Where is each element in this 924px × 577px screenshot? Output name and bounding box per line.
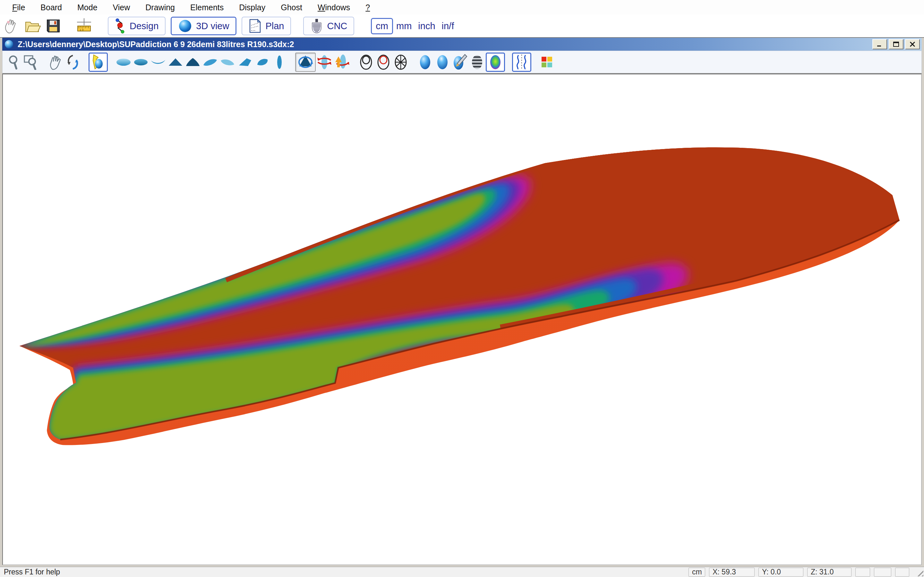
menu-help[interactable]: ?: [358, 2, 378, 13]
menu-board[interactable]: Board: [33, 2, 69, 13]
status-empty-cell: [874, 568, 891, 577]
unit-cm[interactable]: cm: [371, 18, 393, 34]
painted-icon[interactable]: [451, 53, 468, 72]
view-tail-icon[interactable]: [184, 53, 202, 72]
plan-button[interactable]: Plan: [242, 17, 291, 35]
plan-icon: [249, 18, 262, 34]
document-icon: [4, 39, 14, 49]
pan-hand-icon[interactable]: [47, 53, 64, 72]
menu-windows[interactable]: Windows: [310, 2, 358, 13]
status-cells: cm X: 59.3 Y: 0.0 Z: 31.0: [688, 568, 909, 577]
unit-inch[interactable]: inch: [415, 19, 438, 33]
anim-rotate-icon[interactable]: [295, 53, 316, 72]
view-perspective-3-icon[interactable]: [236, 53, 254, 72]
design-colors-icon[interactable]: [538, 53, 556, 72]
status-z-coordinate: Z: 31.0: [807, 568, 851, 577]
menu-mode[interactable]: Mode: [69, 2, 105, 13]
hand-tool-icon[interactable]: [2, 17, 20, 35]
view-3d-button[interactable]: 3D view: [171, 17, 236, 35]
status-x-coordinate: X: 59.3: [709, 568, 754, 577]
document-window: Z:\Users\dennery\Desktop\SUPaddiction 6 …: [0, 37, 924, 567]
status-empty-cell: [855, 568, 870, 577]
status-empty-cell: [895, 568, 909, 577]
canvas-3d-viewport[interactable]: [2, 74, 922, 565]
spin-yaw-icon[interactable]: [316, 53, 333, 72]
curvature-map-icon[interactable]: [486, 53, 505, 72]
minimize-button[interactable]: [872, 39, 887, 49]
menu-elements[interactable]: Elements: [183, 2, 231, 13]
resize-grip[interactable]: [915, 568, 923, 576]
zoom-icon[interactable]: [5, 53, 23, 72]
status-help-text: Press F1 for help: [4, 568, 60, 576]
view-perspective-1-icon[interactable]: [202, 53, 219, 72]
view-outline-icon[interactable]: [271, 53, 288, 72]
menu-file[interactable]: File: [5, 2, 33, 13]
mesh-icon[interactable]: [392, 53, 409, 72]
shaded-icon[interactable]: [417, 53, 434, 72]
rotate-3d-icon[interactable]: [64, 53, 81, 72]
spin-pitch-icon[interactable]: [333, 53, 351, 72]
menu-drawing[interactable]: Drawing: [137, 2, 183, 13]
view-toolbar: [2, 51, 922, 74]
menu-bar: File Board Mode View Drawing Elements Di…: [0, 0, 924, 15]
document-title: Z:\Users\dennery\Desktop\SUPaddiction 6 …: [18, 40, 294, 49]
status-y-coordinate: Y: 0.0: [758, 568, 803, 577]
wireframe-red-icon[interactable]: [375, 53, 392, 72]
svg-text:1 0: 1 0: [79, 28, 84, 31]
main-toolbar: 1 0 Design 3D view Plan CNC cm mm inch i…: [0, 15, 924, 37]
design-icon: [115, 18, 126, 34]
cnc-button[interactable]: CNC: [303, 17, 354, 35]
cnc-icon: [310, 18, 323, 34]
view-profile-icon[interactable]: [254, 53, 271, 72]
zoom-window-icon[interactable]: [23, 53, 40, 72]
view-rocker-icon[interactable]: [150, 53, 167, 72]
maximize-button[interactable]: [889, 39, 903, 49]
board-3d-render[interactable]: [3, 74, 921, 564]
shaded-gloss-icon[interactable]: [434, 53, 451, 72]
status-unit: cm: [688, 568, 705, 577]
view-top-icon[interactable]: [115, 53, 132, 72]
unit-mm[interactable]: mm: [393, 19, 415, 33]
document-titlebar[interactable]: Z:\Users\dennery\Desktop\SUPaddiction 6 …: [2, 38, 922, 51]
status-bar: Press F1 for help cm X: 59.3 Y: 0.0 Z: 3…: [0, 567, 924, 577]
close-button[interactable]: [905, 39, 920, 49]
view-bottom-icon[interactable]: [132, 53, 150, 72]
save-icon[interactable]: [44, 17, 62, 35]
menu-display[interactable]: Display: [231, 2, 273, 13]
slices-icon[interactable]: [468, 53, 486, 72]
unit-inf[interactable]: in/f: [439, 19, 457, 33]
view-nose-icon[interactable]: [167, 53, 184, 72]
dimensions-icon[interactable]: 1 0: [75, 17, 93, 35]
open-folder-icon[interactable]: [24, 17, 42, 35]
design-button[interactable]: Design: [108, 17, 166, 35]
sphere-icon: [178, 19, 192, 33]
menu-ghost[interactable]: Ghost: [273, 2, 310, 13]
render-mode-icon[interactable]: [89, 53, 108, 72]
flow-lines-icon[interactable]: [512, 53, 531, 72]
wireframe-icon[interactable]: [357, 53, 375, 72]
view-perspective-2-icon[interactable]: [219, 53, 236, 72]
menu-view[interactable]: View: [105, 2, 138, 13]
